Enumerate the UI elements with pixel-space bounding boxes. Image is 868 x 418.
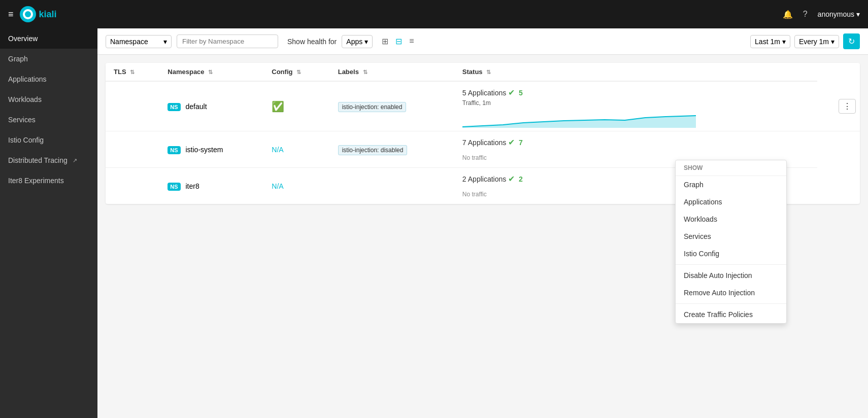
status-green-icon: ✔ xyxy=(508,175,515,183)
namespace-select[interactable]: Namespace ▾ xyxy=(106,35,172,48)
col-header-tls[interactable]: TLS ⇅ xyxy=(106,63,159,81)
last-time-select[interactable]: Last 1m ▾ xyxy=(750,35,790,48)
context-menu-item-graph[interactable]: Graph xyxy=(676,176,786,193)
user-caret-icon: ▾ xyxy=(856,10,860,18)
tls-cell xyxy=(106,81,159,131)
view-list-icon[interactable]: ≡ xyxy=(407,36,416,47)
user-menu[interactable]: anonymous ▾ xyxy=(818,10,860,18)
sidebar-item-label: Istio Config xyxy=(8,136,44,144)
config-cell: ✅ xyxy=(263,81,329,131)
action-cell-default: ⋮ xyxy=(817,81,860,131)
sidebar-item-services[interactable]: Services xyxy=(0,110,97,130)
every-time-label: Every 1m xyxy=(799,38,829,46)
hamburger-icon[interactable]: ≡ xyxy=(8,9,14,20)
ns-badge: NS xyxy=(168,103,180,111)
namespace-name[interactable]: default xyxy=(185,102,207,111)
help-icon[interactable]: ? xyxy=(803,10,808,19)
sidebar-item-label: Iter8 Experiments xyxy=(8,177,64,185)
status-green-icon: ✔ xyxy=(508,138,515,147)
sidebar-item-graph[interactable]: Graph xyxy=(0,49,97,69)
every-time-caret-icon: ▾ xyxy=(831,38,834,46)
bell-icon[interactable]: 🔔 xyxy=(783,10,793,19)
sidebar-item-workloads[interactable]: Workloads xyxy=(0,89,97,110)
namespace-cell: NS istio-system xyxy=(159,131,263,168)
label-tag: istio-injection: enabled xyxy=(338,102,407,112)
context-menu-item-remove-auto-injection[interactable]: Remove Auto Injection xyxy=(676,284,786,301)
status-count-label: 7 Applications xyxy=(462,138,506,147)
health-for-label: Show health for xyxy=(287,38,337,46)
status-count-link[interactable]: 2 xyxy=(519,175,523,183)
last-time-caret-icon: ▾ xyxy=(782,38,786,46)
every-time-select[interactable]: Every 1m ▾ xyxy=(794,35,839,48)
sidebar-item-label: Distributed Tracing xyxy=(8,156,68,164)
traffic-chart-label: Traffic, 1m xyxy=(462,99,696,107)
col-header-namespace[interactable]: Namespace ⇅ xyxy=(159,63,263,81)
refresh-button[interactable]: ↻ xyxy=(843,33,860,49)
status-green-icon: ✔ xyxy=(508,88,515,97)
apps-label: Apps xyxy=(346,38,362,46)
labels-cell: istio-injection: enabled xyxy=(330,81,454,131)
namespace-filter-input[interactable] xyxy=(177,34,278,48)
status-sort-icon: ⇅ xyxy=(486,69,491,75)
context-menu-show-header: Show xyxy=(676,160,786,176)
tls-cell xyxy=(106,131,159,168)
status-count-label: 2 Applications xyxy=(462,175,506,183)
config-na[interactable]: N/A xyxy=(272,146,283,154)
context-menu-item-services[interactable]: Services xyxy=(676,228,786,245)
context-menu-item-disable-auto-injection[interactable]: Disable Auto Injection xyxy=(676,267,786,284)
logo-icon xyxy=(20,6,36,22)
namespace-sort-icon: ⇅ xyxy=(208,69,213,75)
context-menu-item-istio-config[interactable]: Istio Config xyxy=(676,245,786,262)
sidebar-item-distributed-tracing[interactable]: Distributed Tracing ↗ xyxy=(0,150,97,170)
traffic-chart-area: Traffic, 1m xyxy=(462,99,696,125)
sidebar-item-label: Workloads xyxy=(8,95,42,103)
ns-badge: NS xyxy=(168,146,180,154)
status-area: 5 Applications ✔ 5 Traffic, 1m xyxy=(462,88,809,125)
namespace-name[interactable]: istio-system xyxy=(185,146,223,154)
apps-caret-icon: ▾ xyxy=(364,38,368,46)
sidebar: Overview Graph Applications Workloads Se… xyxy=(0,28,97,418)
config-check-icon: ✅ xyxy=(272,101,284,112)
sidebar-item-label: Graph xyxy=(8,55,28,63)
col-header-labels[interactable]: Labels ⇅ xyxy=(330,63,454,81)
namespace-name[interactable]: iter8 xyxy=(185,182,199,190)
context-menu-item-workloads[interactable]: Workloads xyxy=(676,211,786,228)
context-menu-item-create-traffic-policies[interactable]: Create Traffic Policies xyxy=(676,306,786,323)
col-header-config[interactable]: Config ⇅ xyxy=(263,63,329,81)
traffic-chart-svg xyxy=(462,108,696,128)
status-count-link[interactable]: 5 xyxy=(519,89,523,97)
sidebar-item-applications[interactable]: Applications xyxy=(0,69,97,89)
sidebar-item-istio-config[interactable]: Istio Config xyxy=(0,130,97,150)
context-menu-divider xyxy=(676,264,786,265)
toolbar: Namespace ▾ Show health for Apps ▾ ⊞ ⊟ ≡… xyxy=(97,28,868,55)
three-dot-button[interactable]: ⋮ xyxy=(839,99,856,114)
apps-select[interactable]: Apps ▾ xyxy=(342,35,373,48)
namespace-cell: NS iter8 xyxy=(159,168,263,204)
label-tag: istio-injection: disabled xyxy=(338,145,408,155)
last-time-label: Last 1m xyxy=(755,38,780,46)
brand-label: kiali xyxy=(39,9,57,20)
config-cell: N/A xyxy=(263,131,329,168)
sidebar-item-iter8-experiments[interactable]: Iter8 Experiments xyxy=(0,170,97,191)
namespace-label: Namespace xyxy=(110,38,148,46)
view-icons: ⊞ ⊟ ≡ xyxy=(380,36,416,47)
col-header-status[interactable]: Status ⇅ xyxy=(454,63,817,81)
sidebar-item-overview[interactable]: Overview xyxy=(0,28,97,49)
config-cell: N/A xyxy=(263,168,329,204)
status-count-link[interactable]: 7 xyxy=(519,138,523,147)
labels-cell: istio-injection: disabled xyxy=(330,131,454,168)
external-link-icon: ↗ xyxy=(73,157,77,164)
view-grid-small-icon[interactable]: ⊟ xyxy=(393,36,404,47)
view-grid-large-icon[interactable]: ⊞ xyxy=(380,36,390,47)
context-menu-item-applications[interactable]: Applications xyxy=(676,193,786,211)
status-count-row: 5 Applications ✔ 5 xyxy=(462,88,809,97)
sidebar-item-label: Overview xyxy=(8,34,38,43)
status-count-label: 5 Applications xyxy=(462,89,506,97)
config-sort-icon: ⇅ xyxy=(296,69,301,75)
tls-sort-icon: ⇅ xyxy=(130,69,135,75)
namespace-cell: NS default xyxy=(159,81,263,131)
sidebar-item-label: Applications xyxy=(8,75,47,83)
config-na[interactable]: N/A xyxy=(272,182,283,190)
logo-inner xyxy=(23,9,33,19)
username-label: anonymous xyxy=(818,10,854,18)
